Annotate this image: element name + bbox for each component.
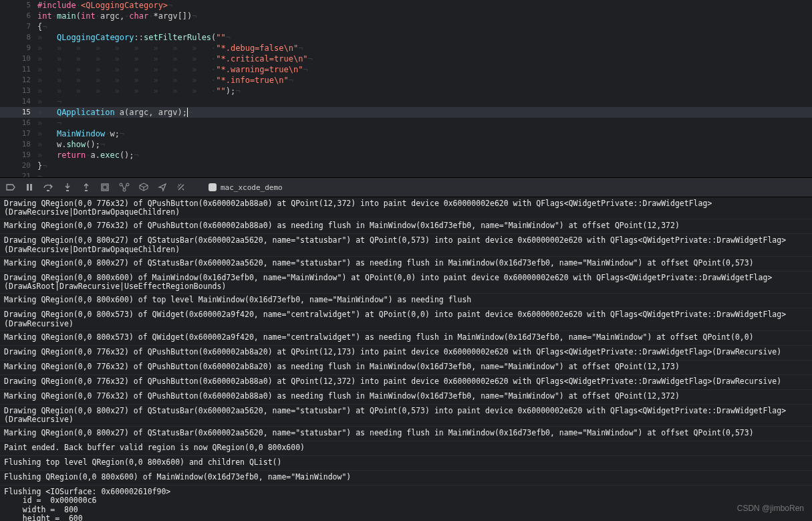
line-number: 15 (0, 107, 37, 118)
console-line: Drawing QRegion(0,0 776x32) of QPushButt… (0, 375, 812, 390)
code-content: » QLoggingCategory::setFilterRules(""¬ (37, 32, 231, 43)
code-line[interactable]: 21¬ (0, 171, 812, 177)
svg-point-9 (123, 189, 126, 191)
code-line[interactable]: 12» » » » » » » » » ·"*.info=true\n"¬ (0, 75, 812, 86)
code-content: » » » » » » » » » ·"*.critical=true\n"¬ (37, 54, 313, 64)
code-content: » » » » » » » » » ·"*.warning=true\n"¬ (37, 64, 308, 75)
code-content: ¬ (37, 171, 42, 177)
code-content: » ¬ (37, 96, 61, 107)
step-out-icon[interactable] (82, 183, 91, 192)
code-line[interactable]: 20}¬ (0, 161, 812, 171)
debug-spray-icon[interactable] (176, 183, 186, 192)
line-number: 18 (0, 139, 37, 150)
debug-toolbar: mac_xcode_demo (0, 177, 812, 197)
line-number: 11 (0, 64, 37, 75)
code-line[interactable]: 9» » » » » » » » » ·"*.debug=false\n"¬ (0, 43, 812, 54)
console-line: Marking QRegion(0,0 776x32) of QPushButt… (0, 219, 812, 234)
run-target-chip[interactable]: mac_xcode_demo (209, 183, 283, 192)
console-line: Paint ended. Back buffer valid region is… (0, 441, 812, 456)
line-number: 9 (0, 43, 37, 54)
line-number: 6 (0, 11, 37, 21)
svg-rect-1 (30, 184, 32, 191)
svg-point-7 (120, 183, 122, 186)
code-line[interactable]: 15» QApplication·a(argc, argv);¬ (0, 107, 812, 118)
console-line: Drawing QRegion(0,0 800x27) of QStatusBa… (0, 405, 812, 427)
line-number: 16 (0, 118, 37, 128)
code-line[interactable]: 14» ¬ (0, 96, 812, 107)
line-number: 14 (0, 96, 37, 107)
code-content: int·main(int·argc,·char·*argv[])¬ (37, 11, 197, 21)
console-line: Drawing QRegion(0,0 800x573) of QWidget(… (0, 308, 812, 330)
breakpoint-toggle-icon[interactable] (5, 183, 16, 191)
svg-rect-4 (85, 190, 88, 191)
code-line[interactable]: 8» QLoggingCategory::setFilterRules(""¬ (0, 32, 812, 43)
console-line: Drawing QRegion(0,0 776x32) of QPushButt… (0, 197, 812, 219)
code-content: » QApplication·a(argc, argv);¬ (37, 107, 192, 118)
code-line[interactable]: 7{¬ (0, 21, 812, 32)
line-number: 5 (0, 0, 37, 11)
line-number: 10 (0, 54, 37, 64)
svg-rect-0 (27, 184, 29, 191)
svg-rect-2 (47, 190, 49, 191)
debug-graph-icon[interactable] (119, 183, 130, 192)
code-line[interactable]: 17» MainWindow·w;¬ (0, 128, 812, 139)
line-number: 20 (0, 161, 37, 171)
line-number: 8 (0, 32, 37, 43)
code-content: » » » » » » » » » ·"*.debug=false\n"¬ (37, 43, 303, 54)
line-number: 17 (0, 128, 37, 139)
svg-rect-6 (103, 185, 107, 189)
step-into-icon[interactable] (63, 183, 72, 192)
app-icon (209, 183, 217, 191)
code-line[interactable]: 19» return·a.exec();¬ (0, 150, 812, 161)
code-content: #include·<QLoggingCategory>¬ (37, 0, 172, 11)
debug-view-memory-icon[interactable] (100, 183, 110, 192)
console-line: Drawing QRegion(0,0 800x600) of MainWind… (0, 272, 812, 294)
code-line[interactable]: 6int·main(int·argc,·char·*argv[])¬ (0, 11, 812, 21)
debug-console[interactable]: Drawing QRegion(0,0 776x32) of QPushButt… (0, 197, 812, 521)
code-line[interactable]: 10» » » » » » » » » ·"*.critical=true\n"… (0, 54, 812, 64)
code-editor[interactable]: 5#include·<QLoggingCategory>¬6int·main(i… (0, 0, 812, 177)
line-number: 21 (0, 171, 37, 177)
code-line[interactable]: 16» ¬ (0, 118, 812, 128)
console-line: Drawing QRegion(0,0 776x32) of QPushButt… (0, 346, 812, 360)
code-line[interactable]: 18» w.show();¬ (0, 139, 812, 150)
code-content: » return·a.exec();¬ (37, 150, 139, 161)
code-content: » » » » » » » » » ·"*.info=true\n"¬ (37, 75, 293, 86)
console-line: Marking QRegion(0,0 800x573) of QWidget(… (0, 331, 812, 346)
code-content: » w.show();¬ (37, 139, 105, 150)
code-content: }¬ (37, 161, 47, 171)
code-content: » MainWindow·w;¬ (37, 128, 124, 139)
console-line: Marking QRegion(0,0 776x32) of QPushButt… (0, 360, 812, 375)
debug-3d-icon[interactable] (139, 183, 148, 192)
console-line: Marking QRegion(0,0 800x600) of top leve… (0, 294, 812, 308)
watermark: CSDN @jimboRen (737, 504, 804, 513)
console-line: Flushing top level QRegion(0,0 800x600) … (0, 456, 812, 471)
code-line[interactable]: 5#include·<QLoggingCategory>¬ (0, 0, 812, 11)
code-content: » » » » » » » » » ·"");¬ (37, 86, 240, 96)
code-content: {¬ (37, 21, 47, 32)
pause-icon[interactable] (25, 183, 33, 191)
console-line: Marking QRegion(0,0 800x27) of QStatusBa… (0, 427, 812, 441)
step-over-icon[interactable] (43, 183, 53, 192)
line-number: 19 (0, 150, 37, 161)
console-line: Marking QRegion(0,0 776x32) of QPushButt… (0, 390, 812, 405)
console-line: Flushing QRegion(0,0 800x600) of MainWin… (0, 471, 812, 486)
console-line: Marking QRegion(0,0 800x27) of QStatusBa… (0, 257, 812, 272)
console-line: Flushing <IOSurface: 0x600002610f90> id … (0, 486, 812, 521)
code-content: » ¬ (37, 118, 61, 128)
svg-rect-3 (66, 190, 69, 191)
line-number: 7 (0, 21, 37, 32)
debug-location-icon[interactable] (158, 183, 167, 192)
run-target-label: mac_xcode_demo (221, 183, 283, 192)
code-line[interactable]: 11» » » » » » » » » ·"*.warning=true\n"¬ (0, 64, 812, 75)
line-number: 13 (0, 86, 37, 96)
console-line: Drawing QRegion(0,0 800x27) of QStatusBa… (0, 234, 812, 256)
line-number: 12 (0, 75, 37, 86)
code-line[interactable]: 13» » » » » » » » » ·"");¬ (0, 86, 812, 96)
svg-point-8 (126, 183, 129, 186)
